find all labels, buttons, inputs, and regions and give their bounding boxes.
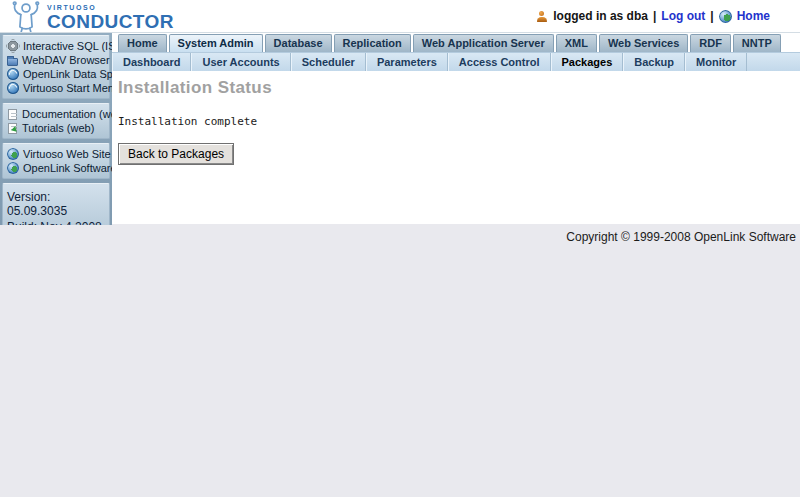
conductor-logo[interactable]: VIRTUOSO CONDUCTOR <box>0 0 174 32</box>
copyright-text: Copyright © 1999-2008 OpenLink Software <box>0 225 800 244</box>
content-panel: Installation Status Installation complet… <box>112 71 800 224</box>
primary-tab[interactable]: NNTP <box>733 34 781 52</box>
sidebar-version-box: Version: 05.09.3035 Build: Nov 4 2008 <box>2 183 110 225</box>
primary-tab[interactable]: Database <box>265 34 332 52</box>
primary-tab[interactable]: Web Services <box>599 34 688 52</box>
secondary-tab-label: User Accounts <box>202 56 279 68</box>
globe-swirl-icon <box>7 68 19 80</box>
secondary-tab-label: Scheduler <box>302 56 355 68</box>
logo-text: VIRTUOSO CONDUCTOR <box>47 0 174 31</box>
sidebar-item[interactable]: Interactive SQL (ISQL) <box>5 39 107 53</box>
sidebar-item-label: WebDAV Browser <box>22 54 110 66</box>
installation-status-text: Installation complete <box>118 115 792 128</box>
secondary-tab-label: Monitor <box>696 56 736 68</box>
secondary-tab-label: Parameters <box>377 56 437 68</box>
home-globe-icon <box>719 10 732 23</box>
sidebar-item-label: OpenLink Data Spaces <box>23 68 112 80</box>
gear-icon <box>7 40 19 52</box>
conductor-page: VIRTUOSO CONDUCTOR logged in as dba | Lo… <box>0 0 800 497</box>
sidebar-item-label: Virtuoso Start Menu <box>23 82 112 94</box>
primary-tab[interactable]: Web Application Server <box>413 34 554 52</box>
primary-tab-label: NNTP <box>742 37 772 49</box>
document-icon <box>8 109 17 120</box>
primary-tab-label: System Admin <box>178 37 254 49</box>
secondary-tab-label: Backup <box>634 56 674 68</box>
sidebar-item-label: OpenLink Software <box>23 162 112 174</box>
sidebar-item-label: Interactive SQL (ISQL) <box>23 40 112 52</box>
version-text: Version: 05.09.3035 <box>7 190 105 218</box>
secondary-tab[interactable]: User Accounts <box>191 53 290 71</box>
secondary-tab[interactable]: Packages <box>551 53 624 71</box>
sidebar-item[interactable]: OpenLink Software <box>5 161 107 175</box>
conductor-figure-icon <box>6 0 46 32</box>
secondary-tab[interactable]: Parameters <box>366 53 448 71</box>
build-text: Build: Nov 4 2008 <box>7 220 105 225</box>
sidebar-item[interactable]: Documentation (web) <box>5 107 107 121</box>
primary-tab-label: Web Application Server <box>422 37 545 49</box>
page-title: Installation Status <box>118 78 792 98</box>
globe-earth-icon <box>7 148 19 160</box>
sidebar-item[interactable]: OpenLink Data Spaces <box>5 67 107 81</box>
primary-tab-label: Home <box>127 37 158 49</box>
tutorial-icon <box>8 123 17 134</box>
logged-in-text: logged in as dba <box>553 9 648 23</box>
sidebar-item-label: Virtuoso Web Site <box>23 148 111 160</box>
back-to-packages-button[interactable]: Back to Packages <box>118 143 234 165</box>
primary-tab[interactable]: RDF <box>690 34 731 52</box>
session-bar: logged in as dba | Log out | Home <box>536 9 770 23</box>
primary-tab-bar: Home System Admin Database Replication <box>112 33 800 52</box>
secondary-tab[interactable]: Monitor <box>685 53 747 71</box>
secondary-tab-label: Packages <box>562 56 613 68</box>
primary-tab[interactable]: Replication <box>334 34 411 52</box>
primary-tab-label: Web Services <box>608 37 679 49</box>
secondary-tab[interactable]: Dashboard <box>112 53 191 71</box>
secondary-tab-label: Access Control <box>459 56 540 68</box>
sidebar: Interactive SQL (ISQL) WebDAV Browser Op… <box>0 33 112 225</box>
logout-link[interactable]: Log out <box>661 9 705 23</box>
primary-tab-label: Replication <box>343 37 402 49</box>
primary-tab-label: Database <box>274 37 323 49</box>
globe-swirl-icon <box>7 82 19 94</box>
separator: | <box>653 9 656 23</box>
body-row: Interactive SQL (ISQL) WebDAV Browser Op… <box>0 33 800 225</box>
primary-tab-label: XML <box>565 37 588 49</box>
sidebar-group-links: Virtuoso Web Site OpenLink Software <box>2 143 110 179</box>
logo-conductor-label: CONDUCTOR <box>47 12 174 31</box>
sidebar-item[interactable]: Virtuoso Web Site <box>5 147 107 161</box>
separator: | <box>710 9 713 23</box>
folder-icon <box>7 58 18 66</box>
secondary-tab-label: Dashboard <box>123 56 180 68</box>
secondary-tab[interactable]: Scheduler <box>291 53 366 71</box>
sidebar-item[interactable]: Tutorials (web) <box>5 121 107 135</box>
sidebar-group-tools: Interactive SQL (ISQL) WebDAV Browser Op… <box>2 35 110 99</box>
primary-tab[interactable]: System Admin <box>169 34 263 52</box>
primary-tab[interactable]: XML <box>556 34 597 52</box>
sidebar-item[interactable]: Virtuoso Start Menu <box>5 81 107 95</box>
globe-earth-icon <box>7 162 19 174</box>
home-link[interactable]: Home <box>737 9 770 23</box>
primary-tab[interactable]: Home <box>118 34 167 52</box>
main-area: Home System Admin Database Replication <box>112 33 800 224</box>
primary-tab-label: RDF <box>699 37 722 49</box>
logo-virtuoso-label: VIRTUOSO <box>47 4 174 11</box>
secondary-tab-bar: Dashboard User Accounts Scheduler Parame… <box>112 52 800 71</box>
secondary-tab[interactable]: Backup <box>623 53 685 71</box>
sidebar-group-docs: Documentation (web) Tutorials (web) <box>2 103 110 139</box>
sidebar-item[interactable]: WebDAV Browser <box>5 53 107 67</box>
sidebar-item-label: Documentation (web) <box>22 108 112 120</box>
user-icon <box>536 11 548 22</box>
sidebar-item-label: Tutorials (web) <box>22 122 94 134</box>
header: VIRTUOSO CONDUCTOR logged in as dba | Lo… <box>0 0 800 33</box>
secondary-tab[interactable]: Access Control <box>448 53 551 71</box>
